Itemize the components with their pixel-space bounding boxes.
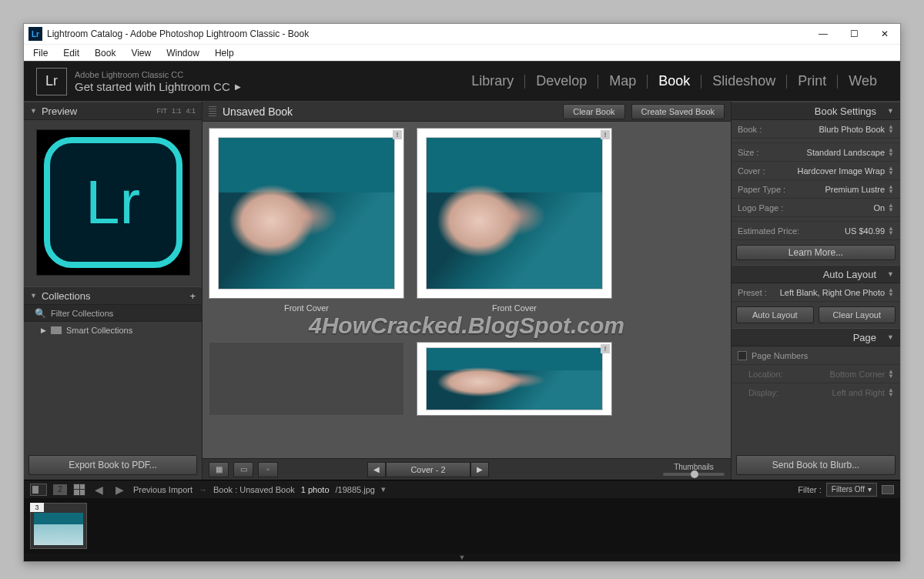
- nav-forward-icon[interactable]: ▶: [112, 484, 127, 496]
- cover-photo: [219, 138, 394, 289]
- chevron-down-icon: ▼: [887, 333, 894, 341]
- preview-thumbnail[interactable]: Lr: [36, 129, 190, 276]
- drag-grip-icon[interactable]: [209, 106, 216, 117]
- book-page-blank[interactable]: [209, 342, 404, 416]
- photo-count: 1 photo: [301, 485, 330, 494]
- setting-preset[interactable]: Preset : Left Blank, Right One Photo▲▼: [732, 283, 900, 302]
- display-value: Left and Right: [832, 388, 886, 397]
- zoom-fit[interactable]: FIT: [156, 107, 167, 115]
- menu-help[interactable]: Help: [209, 46, 240, 60]
- learn-more-button[interactable]: Learn More...: [736, 245, 896, 260]
- brand-sublabel[interactable]: Get started with Lightroom CC: [75, 80, 230, 93]
- nav-back-icon[interactable]: ◀: [92, 484, 106, 496]
- create-saved-book-button[interactable]: Create Saved Book: [631, 104, 725, 119]
- clear-book-button[interactable]: Clear Book: [563, 104, 624, 119]
- book-settings-header[interactable]: Book Settings ▼: [732, 102, 900, 120]
- window-title: Lightroom Catalog - Adobe Photoshop Ligh…: [47, 28, 808, 39]
- secondary-display-icon[interactable]: [30, 484, 47, 496]
- breadcrumb-book[interactable]: Book : Unsaved Book: [213, 485, 295, 494]
- collections-tree-item[interactable]: ▶ Smart Collections: [24, 322, 202, 339]
- module-web[interactable]: Web: [838, 73, 888, 89]
- app-header: Lr Adobe Lightroom Classic CC Get starte…: [24, 62, 900, 102]
- window-minimize-button[interactable]: —: [808, 24, 839, 44]
- location-label: Location:: [748, 370, 783, 379]
- filter-select[interactable]: Filters Off ▾: [826, 483, 877, 497]
- auto-layout-header[interactable]: Auto Layout ▼: [732, 265, 900, 283]
- menu-file[interactable]: File: [27, 46, 54, 60]
- page-numbers-toggle[interactable]: Page Numbers: [732, 346, 900, 365]
- page-section-header[interactable]: Page ▼: [732, 328, 900, 346]
- lightroom-app-icon: Lr: [44, 137, 182, 268]
- setting-label: Paper Type :: [738, 185, 785, 194]
- menu-view[interactable]: View: [125, 46, 157, 60]
- menu-edit[interactable]: Edit: [57, 46, 85, 60]
- setting-size[interactable]: Size : Standard Landscape▲▼: [732, 143, 900, 162]
- setting-label: Size :: [738, 148, 759, 157]
- book-title: Unsaved Book: [223, 105, 293, 118]
- setting-label: Logo Page :: [738, 203, 783, 213]
- add-collection-button[interactable]: +: [189, 290, 196, 302]
- stepper-icon: ▲▼: [888, 166, 894, 176]
- zoom-1-1[interactable]: 1:1: [172, 107, 182, 115]
- price-label: Estimated Price:: [738, 226, 799, 236]
- filter-switch[interactable]: [882, 485, 894, 494]
- dropdown-icon[interactable]: ▾: [381, 484, 386, 494]
- module-map[interactable]: Map: [598, 73, 647, 89]
- filmstrip-header: 2 ◀ ▶ Previous Import → Book : Unsaved B…: [24, 480, 900, 498]
- window-maximize-button[interactable]: ☐: [839, 24, 869, 44]
- module-library[interactable]: Library: [460, 73, 524, 89]
- cover-photo: [427, 138, 602, 289]
- pager-next-button[interactable]: ▶: [470, 462, 489, 477]
- book-page-front-cover[interactable]: [209, 128, 404, 299]
- view-spread-button[interactable]: ▭: [233, 462, 253, 477]
- window-close-button[interactable]: ✕: [869, 24, 900, 44]
- thumbnail-size-slider[interactable]: [663, 473, 725, 476]
- export-book-pdf-button[interactable]: Export Book to PDF...: [28, 455, 197, 475]
- brand-label: Adobe Lightroom Classic CC: [75, 69, 241, 80]
- filmstrip-collapse-handle[interactable]: ▼: [24, 554, 900, 561]
- grid-view-icon[interactable]: [73, 484, 85, 496]
- book-canvas[interactable]: Front Cover Front Cover: [203, 122, 731, 458]
- chevron-down-icon: ▾: [868, 485, 872, 494]
- setting-book[interactable]: Book : Blurb Photo Book▲▼: [732, 120, 900, 139]
- module-develop[interactable]: Develop: [525, 73, 598, 89]
- zoom-4-1[interactable]: 4:1: [186, 107, 196, 115]
- book-page-front-cover-2[interactable]: [417, 128, 612, 299]
- slider-thumb[interactable]: [691, 470, 698, 478]
- setting-display: Display: Left and Right▲▼: [732, 383, 900, 402]
- menubar: File Edit Book View Window Help: [24, 44, 900, 61]
- filter-collections-input[interactable]: 🔍 Filter Collections: [24, 305, 202, 322]
- filmstrip-thumbnail[interactable]: 3: [30, 503, 87, 549]
- menu-window[interactable]: Window: [160, 46, 206, 60]
- page-navigator: ◀ Cover - 2 ▶: [367, 462, 489, 477]
- module-print[interactable]: Print: [787, 73, 837, 89]
- setting-price: Estimated Price: US $40.99▲▼: [732, 222, 900, 240]
- breadcrumb-previous-import[interactable]: Previous Import: [133, 485, 192, 494]
- filmstrip[interactable]: 3: [24, 498, 900, 554]
- auto-layout-button[interactable]: Auto Layout: [736, 306, 814, 323]
- play-icon: ▶: [235, 82, 241, 91]
- send-book-blurb-button[interactable]: Send Book to Blurb...: [736, 455, 896, 475]
- checkbox-icon[interactable]: [738, 351, 747, 360]
- stepper-icon: ▲▼: [888, 226, 894, 236]
- view-single-button[interactable]: ▫: [258, 462, 278, 477]
- module-book[interactable]: Book: [648, 73, 701, 89]
- module-slideshow[interactable]: Slideshow: [701, 73, 786, 89]
- filmstrip-count-badge[interactable]: 2: [53, 484, 67, 495]
- setting-cover[interactable]: Cover : Hardcover Image Wrap▲▼: [732, 162, 900, 180]
- view-grid-button[interactable]: ▦: [209, 462, 229, 477]
- clear-layout-button[interactable]: Clear Layout: [819, 306, 896, 323]
- book-page-2[interactable]: [417, 342, 612, 416]
- setting-value: Blurb Photo Book: [819, 125, 885, 134]
- collections-panel-header[interactable]: ▼ Collections +: [24, 286, 202, 305]
- setting-logo-page[interactable]: Logo Page : On▲▼: [732, 199, 900, 217]
- pager-prev-button[interactable]: ◀: [367, 462, 386, 477]
- stepper-icon: ▲▼: [888, 370, 894, 379]
- center-area: Unsaved Book Clear Book Create Saved Boo…: [203, 102, 731, 480]
- preset-label: Preset :: [738, 288, 767, 297]
- preview-panel-header[interactable]: ▼ Preview FIT 1:1 4:1: [24, 102, 202, 120]
- setting-paper[interactable]: Paper Type : Premium Lustre▲▼: [732, 180, 900, 199]
- filename: /19885.jpg: [336, 485, 375, 494]
- menu-book[interactable]: Book: [89, 46, 122, 60]
- left-panel: ▼ Preview FIT 1:1 4:1 Lr: [24, 102, 203, 480]
